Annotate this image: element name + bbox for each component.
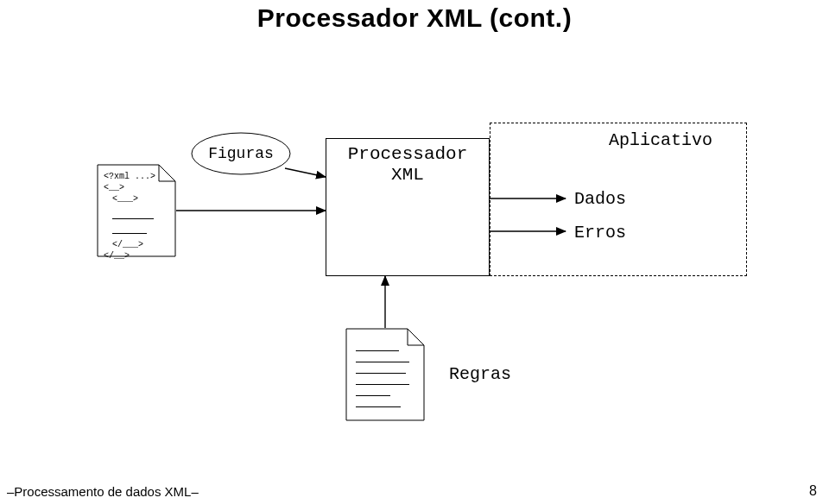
erros-label: Erros: [574, 223, 626, 243]
xml-line: <___>: [104, 193, 169, 205]
xml-line: <__>: [104, 182, 169, 193]
diagram-canvas: Processador XML (cont.) <?xml ...> <__> …: [0, 0, 829, 504]
xml-text-line: [112, 224, 147, 234]
footer-left: –Processamento de dados XML–: [7, 484, 199, 499]
rules-lines: [356, 343, 409, 411]
processor-label: Processador XML: [326, 144, 489, 186]
page-number: 8: [809, 483, 817, 499]
xml-line: <?xml ...>: [104, 171, 169, 182]
xml-text-line: [112, 210, 154, 219]
aplicativo-label: Aplicativo: [609, 130, 712, 150]
dados-label: Dados: [574, 189, 626, 209]
xml-file-icon: <?xml ...> <__> <___> </___> </__>: [97, 164, 176, 257]
regras-label: Regras: [449, 364, 511, 384]
figuras-label: Figuras: [190, 131, 292, 176]
processor-box: Processador XML: [326, 138, 490, 276]
xml-line: </___>: [104, 239, 169, 250]
slide-title: Processador XML (cont.): [0, 3, 829, 33]
xml-line: </__>: [104, 250, 169, 261]
xml-file-content: <?xml ...> <__> <___> </___> </__>: [104, 171, 169, 261]
figuras-ellipse: Figuras: [190, 131, 292, 176]
rules-document-icon: [345, 328, 425, 421]
